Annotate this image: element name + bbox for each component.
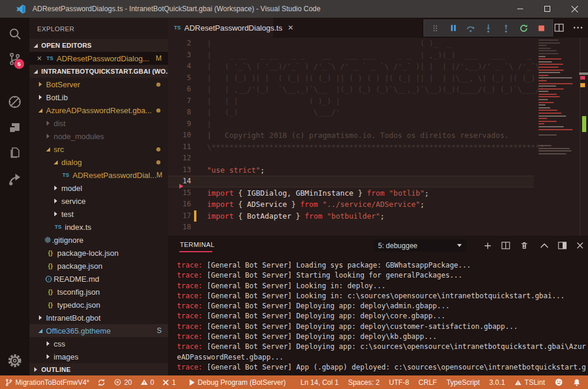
stop-icon[interactable] — [534, 21, 548, 35]
kill-terminal-icon[interactable] — [519, 240, 529, 250]
move-panel-right-icon[interactable] — [557, 240, 567, 250]
settings-gear-icon[interactable] — [0, 349, 29, 372]
share-icon[interactable] — [0, 167, 29, 191]
split-terminal-icon[interactable] — [501, 240, 511, 250]
chevron-collapsed-icon[interactable] — [53, 211, 59, 217]
pause-icon[interactable] — [446, 21, 460, 35]
errors-item[interactable]: 20 — [114, 378, 132, 387]
indentation[interactable]: Spaces: 2 — [348, 378, 379, 387]
tree-item[interactable]: Office365.gbthemeS — [29, 324, 168, 337]
notifications-bell-icon[interactable] — [573, 378, 581, 387]
close-panel-icon[interactable] — [575, 240, 585, 250]
tree-item[interactable]: {}tsconfig.json — [29, 285, 168, 298]
tab-terminal[interactable]: TERMINAL — [180, 241, 215, 248]
code-line[interactable]: 14 — [168, 176, 534, 187]
chevron-collapsed-icon[interactable] — [45, 120, 51, 126]
chevron-expanded-icon[interactable] — [38, 107, 44, 113]
code-line[interactable]: 16import { ADService } from "../service/… — [168, 199, 534, 210]
encoding[interactable]: UTF-8 — [389, 378, 409, 387]
tree-item[interactable]: {}typedoc.json — [29, 298, 168, 311]
tree-item[interactable]: IntranetBot.gbot — [29, 311, 168, 324]
open-editors-header[interactable]: OPEN EDITORS — [29, 39, 168, 52]
sync-item[interactable] — [97, 378, 106, 387]
chevron-expanded-icon[interactable] — [38, 328, 44, 334]
code-line[interactable]: 15import { IGBDialog, GBMinInstance } fr… — [168, 187, 534, 199]
debug-launch-item[interactable]: Debug Program (BotServer) — [189, 378, 285, 387]
code-line[interactable]: 11\*************************************… — [168, 141, 534, 153]
eol-sequence[interactable]: CRLF — [419, 378, 437, 387]
chevron-collapsed-icon[interactable] — [45, 354, 51, 360]
tree-item[interactable]: dialog — [29, 156, 168, 169]
minimize-icon[interactable] — [507, 0, 534, 18]
tasks-item[interactable]: 1 — [162, 378, 176, 387]
tree-item[interactable]: BotServer — [29, 78, 168, 91]
code-line[interactable]: 6| | ,__/'(_) `\__,_)`\__ |(_) (_) (_)`\… — [168, 84, 534, 95]
more-actions-icon[interactable] — [569, 18, 587, 38]
chevron-collapsed-icon[interactable] — [45, 133, 51, 139]
tree-item[interactable]: {}package.json — [29, 259, 168, 272]
tree-item[interactable]: dist — [29, 117, 168, 130]
tree-item[interactable]: TSindex.ts — [29, 220, 168, 233]
tab-adresetpassworddialogs[interactable]: TS ADResetPasswordDialogs.ts ✕ — [168, 18, 273, 38]
code-line[interactable]: 7| | | ( )_) | — [168, 95, 534, 107]
tree-item[interactable]: {}package-lock.json — [29, 246, 168, 259]
workspace-header[interactable]: INTRANETBOTQUICKSTART.GBAI (WO... — [29, 65, 168, 78]
feedback-smiley-icon[interactable] — [554, 378, 563, 387]
language-mode[interactable]: TypeScript — [446, 378, 480, 387]
chevron-collapsed-icon[interactable] — [38, 315, 44, 321]
chevron-expanded-icon[interactable] — [45, 146, 51, 152]
restart-icon[interactable] — [517, 21, 531, 35]
tree-item[interactable]: src — [29, 143, 168, 156]
chevron-expanded-icon[interactable] — [53, 159, 59, 165]
warnings-item[interactable]: 0 — [140, 378, 155, 387]
ts-version[interactable]: 3.0.1 — [490, 378, 505, 387]
debug-icon[interactable] — [0, 90, 29, 114]
tree-item[interactable]: images — [29, 350, 168, 363]
tree-item[interactable]: iREADME.md — [29, 272, 168, 285]
code-line[interactable]: 9| — [168, 118, 534, 130]
step-over-icon[interactable] — [464, 21, 478, 35]
documents-icon[interactable] — [0, 141, 29, 165]
split-editor-icon[interactable] — [550, 18, 568, 38]
code-line[interactable]: 12 — [168, 153, 534, 164]
close-tab-icon[interactable]: ✕ — [288, 24, 294, 32]
search-icon[interactable] — [0, 22, 29, 45]
chevron-collapsed-icon[interactable] — [45, 341, 51, 347]
code-lines[interactable]: 2| ( )_ _3| _ __ _ __ _ _ __ ___ ___ _ _… — [168, 38, 534, 236]
tree-item[interactable]: service — [29, 194, 168, 207]
cursor-position[interactable]: Ln 14, Col 1 — [300, 378, 339, 387]
tree-item[interactable]: BotLib — [29, 91, 168, 104]
tree-item[interactable]: node_modules — [29, 130, 168, 143]
chevron-collapsed-icon[interactable] — [38, 94, 44, 100]
maximize-panel-icon[interactable] — [539, 240, 549, 250]
code-line[interactable]: 13"use strict"; — [168, 164, 534, 176]
minimap[interactable] — [534, 39, 576, 234]
close-icon[interactable] — [561, 0, 588, 18]
extensions-icon[interactable] — [0, 116, 29, 140]
maximize-icon[interactable] — [534, 0, 561, 18]
new-terminal-icon[interactable] — [482, 240, 492, 250]
code-editor[interactable]: 2| ( )_ _3| _ __ _ __ _ _ __ ___ ___ _ _… — [168, 38, 588, 236]
code-line[interactable]: 17import { BotAdapter } from "botbuilder… — [168, 210, 534, 222]
code-line[interactable]: 5| | (_) )| | ( (_| |( (_) || ( ) ( ) |(… — [168, 72, 534, 84]
code-line[interactable]: 8| (_) \___/' — [168, 107, 534, 118]
source-control-icon[interactable] — [0, 47, 29, 71]
git-branch-item[interactable]: MigrationToBotFmwV4* — [5, 378, 89, 387]
step-into-icon[interactable] — [481, 21, 495, 35]
code-line[interactable]: 18 — [168, 222, 534, 233]
chevron-collapsed-icon[interactable] — [53, 185, 59, 191]
chevron-collapsed-icon[interactable] — [53, 198, 59, 204]
tree-item[interactable]: TSADResetPasswordDial...M — [29, 169, 168, 182]
code-line[interactable]: 3| _ __ _ __ _ _ __ ___ ___ _ _ | ,_)(_)… — [168, 50, 534, 61]
terminal-output[interactable]: trace: [General Bot Server] Loading sys … — [168, 255, 588, 375]
tree-item[interactable]: model — [29, 182, 168, 194]
debug-drag-grip[interactable] — [428, 21, 442, 35]
tree-item[interactable]: test — [29, 207, 168, 220]
code-line[interactable]: 2| ( )_ _ — [168, 38, 534, 50]
outline-header[interactable]: OUTLINE — [29, 363, 168, 375]
close-editor-icon[interactable]: ✕ — [37, 55, 45, 62]
tree-item[interactable]: .gitignore — [29, 233, 168, 246]
tree-item[interactable]: css — [29, 337, 168, 350]
code-line[interactable]: 10| Copyright 2018 (c) pragmatismo.io. T… — [168, 130, 534, 141]
open-editor-item[interactable]: ✕ TS ADResetPasswordDialog... M — [29, 52, 168, 65]
